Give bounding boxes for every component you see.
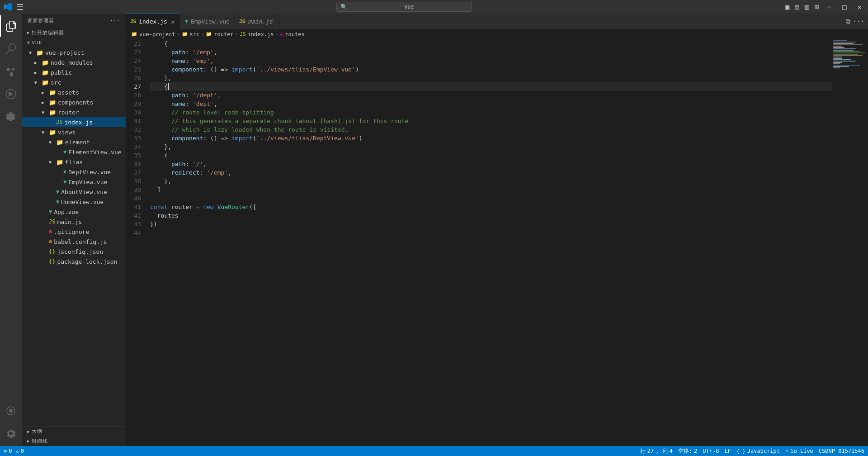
maximize-button[interactable]: □	[840, 2, 849, 12]
status-language[interactable]: { } JavaScript	[736, 448, 780, 454]
breadcrumb-routes[interactable]: routes	[285, 31, 304, 38]
open-editors-section[interactable]: ▶ 打开的编辑器	[22, 28, 126, 38]
code-line-37: redirect: '/emp',	[150, 168, 832, 177]
status-spaces-label: 空格:	[678, 447, 692, 455]
cursor	[168, 83, 169, 90]
code-span: name	[150, 100, 185, 108]
tab-close-icon[interactable]: ✕	[170, 17, 175, 26]
layout-icon[interactable]: ⊞	[814, 3, 819, 11]
status-go-live[interactable]: ⚡ Go Live	[785, 448, 813, 454]
activity-explorer[interactable]	[0, 15, 22, 37]
tree-item-jsconfig[interactable]: {} jsconfig.json	[22, 247, 126, 256]
code-line-36: path: '/',	[150, 160, 832, 168]
tree-item-views[interactable]: ▼ 📁 views	[22, 127, 126, 137]
status-position[interactable]: 行 27 , 列 4	[640, 447, 673, 455]
breadcrumb-router[interactable]: router	[214, 31, 233, 38]
panel-toggle-icon[interactable]: ▤	[795, 3, 799, 11]
breadcrumb: 📁 vue-project › 📁 src › 📁 router › JS in…	[126, 29, 868, 39]
activity-run[interactable]	[0, 83, 22, 105]
tree-item-tlias[interactable]: ▼ 📁 tlias	[22, 157, 126, 167]
code-span: 'emp'	[193, 57, 210, 65]
code-span: ,	[210, 57, 214, 65]
tree-item-deptview[interactable]: ▼ DeptView.vue	[22, 167, 126, 177]
breadcrumb-sep-1: ›	[177, 32, 179, 37]
global-search-bar[interactable]: 🔍 vue	[336, 2, 472, 12]
tree-item-homeview[interactable]: ▼ HomeView.vue	[22, 197, 126, 207]
code-line-28: path: '/dept',	[150, 91, 832, 100]
status-line-ending[interactable]: LF	[724, 448, 731, 454]
code-line-30: // route level code-splitting	[150, 108, 832, 117]
activity-settings[interactable]	[0, 423, 22, 444]
tree-item-components[interactable]: ▶ 📁 components	[22, 97, 126, 107]
breadcrumb-vue-project[interactable]: vue-project	[139, 31, 175, 38]
code-editor[interactable]: 22 23 24 25 26 27 28 29 30 31 32 33 34 3…	[126, 39, 868, 446]
tree-item-empview[interactable]: ▼ EmpView.vue	[22, 177, 126, 187]
hamburger-menu-icon[interactable]: ☰	[16, 2, 24, 12]
tree-item-aboutview[interactable]: ▼ AboutView.vue	[22, 187, 126, 197]
folder-open-icon: 📁	[42, 79, 49, 86]
tree-item-assets[interactable]: ▶ 📁 assets	[22, 87, 126, 97]
status-left: ⊗ 0 ⚠ 0	[4, 448, 24, 454]
tree-item-src[interactable]: ▼ 📁 src	[22, 77, 126, 87]
code-span: path	[150, 48, 185, 57]
line-num-31: 31	[126, 117, 145, 125]
code-content[interactable]: { path: '/emp', name: 'emp', component: …	[148, 39, 832, 446]
code-span: const	[150, 203, 171, 211]
minimap-line	[833, 58, 842, 59]
timeline-header[interactable]: ▶ 时间线	[22, 436, 126, 446]
tab-main-js[interactable]: JS main.js	[235, 14, 280, 29]
tree-item-gitignore[interactable]: ⚙ .gitignore	[22, 227, 126, 237]
activity-extensions[interactable]	[0, 106, 22, 128]
tree-item-public[interactable]: ▶ 📁 public	[22, 67, 126, 77]
tab-index-js[interactable]: JS index.js ✕	[126, 14, 180, 29]
breadcrumb-indexjs[interactable]: index.js	[248, 31, 274, 38]
code-span: ,	[214, 48, 217, 57]
status-errors[interactable]: ⊗ 0 ⚠ 0	[4, 448, 24, 454]
tree-item-elementview[interactable]: ▼ ElementView.vue	[22, 147, 126, 157]
code-span: :	[185, 57, 193, 65]
tree-item-router[interactable]: ▼ 📁 router	[22, 107, 126, 117]
sidebar-header-actions[interactable]: ···	[110, 18, 120, 24]
activity-search[interactable]	[0, 38, 22, 60]
status-spaces[interactable]: 空格: 2	[678, 447, 697, 455]
tree-item-index-js[interactable]: JS index.js	[22, 117, 126, 127]
tree-item-node-modules[interactable]: ▶ 📁 node_modules	[22, 57, 126, 67]
code-line-25: component: () => import('../views/tlias/…	[150, 65, 832, 74]
code-span: ,	[217, 91, 221, 100]
breadcrumb-src[interactable]: src	[190, 31, 200, 38]
tree-item-appvue[interactable]: ▼ App.vue	[22, 207, 126, 217]
editor-area: JS index.js ✕ ▼ EmpView.vue JS main.js ⧉	[126, 14, 868, 446]
tree-item-babel[interactable]: ⚙ babel.config.js	[22, 237, 126, 247]
sidebar-toggle-icon[interactable]: ▣	[785, 3, 790, 11]
tree-item-vue-project[interactable]: ▼ 📁 vue-project	[22, 48, 126, 57]
split-editor-icon[interactable]: ▥	[805, 3, 809, 11]
vue-tab-icon: ▼	[185, 19, 188, 24]
code-span: {	[150, 151, 168, 160]
status-encoding[interactable]: UTF-8	[703, 448, 719, 454]
minimap-line	[833, 59, 851, 60]
chevron-right-icon: ▶	[27, 429, 30, 434]
folder-open-icon: 📁	[49, 109, 56, 116]
minimap-line	[833, 44, 863, 45]
outline-header[interactable]: ▶ 大纲	[22, 426, 126, 436]
tree-item-mainjs[interactable]: JS main.js	[22, 217, 126, 227]
more-options-icon[interactable]: ···	[110, 18, 120, 24]
code-line-22: {	[150, 39, 832, 48]
tree-item-packagelock[interactable]: {} package-lock.json	[22, 256, 126, 266]
code-span: import	[231, 134, 253, 142]
minimize-button[interactable]: ─	[824, 2, 834, 12]
tree-item-element[interactable]: ▼ 📁 element	[22, 137, 126, 147]
activity-source-control[interactable]	[0, 61, 22, 82]
vue-section[interactable]: ▼ VUE	[22, 38, 126, 48]
status-extra[interactable]: CSDNP 01571546	[819, 448, 864, 454]
warning-count: 0	[21, 448, 24, 454]
code-span: :	[185, 100, 193, 108]
close-button[interactable]: ✕	[854, 2, 864, 12]
chevron-right-icon: ▶	[34, 60, 42, 65]
split-editor-icon[interactable]: ⧉	[846, 18, 850, 25]
breadcrumb-sep-3: ›	[236, 32, 238, 37]
tab-empview-vue[interactable]: ▼ EmpView.vue	[180, 14, 235, 29]
code-span: :	[203, 65, 210, 74]
more-actions-icon[interactable]: ···	[853, 18, 864, 25]
activity-remote[interactable]	[0, 400, 22, 422]
